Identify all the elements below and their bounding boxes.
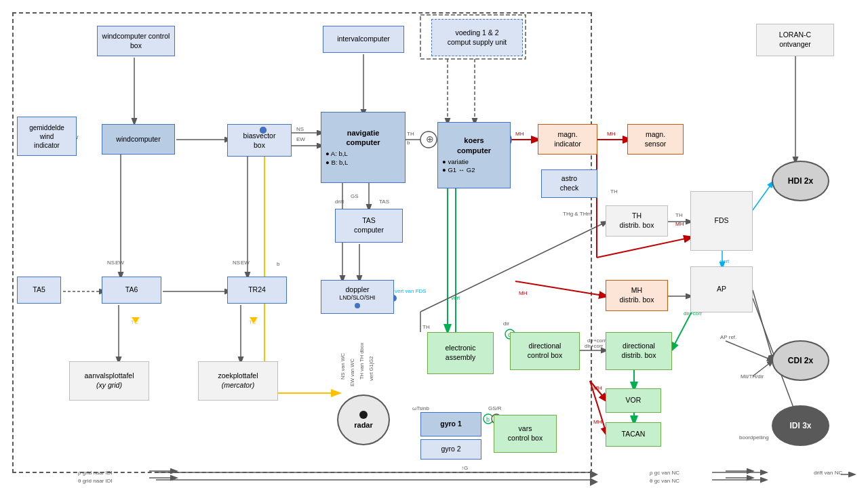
windcomputer-box: windcomputer [102, 124, 175, 155]
magn-sensor-box: magn.sensor [627, 124, 684, 155]
windcomputer-control-box: windcomputer control box [97, 26, 175, 56]
dot-blue2 [260, 127, 267, 134]
svg-text:boordpeiling: boordpeiling [739, 434, 769, 441]
tas-computer-box: TAScomputer [335, 209, 403, 243]
navigatie-computer-box: navigatiecomputer ● A: b,L ● B: b,L [321, 112, 406, 183]
svg-text:θ grid naar IDI: θ grid naar IDI [78, 478, 113, 484]
gemiddelde-wind-box: gemiddeldewindindicator [17, 117, 77, 156]
zoekplottafel-box: zoekplottafel(mercator) [198, 361, 278, 401]
biasvector-box: biasvectorbox [227, 124, 292, 157]
voeding-box: voeding 1 & 2comput supply unit [431, 19, 523, 56]
gyro2-box: gyro 2 [420, 439, 481, 460]
svg-line-94 [590, 381, 607, 401]
svg-line-33 [753, 290, 773, 361]
idi-circle: IDI 3x [772, 405, 829, 446]
svg-line-106 [753, 361, 773, 376]
magn-indicator-box: magn.indicator [538, 124, 597, 155]
svg-text:drift van NC: drift van NC [814, 470, 842, 476]
svg-line-36 [597, 237, 692, 258]
loran-c-box: LORAN-Contvanger [756, 24, 834, 56]
svg-line-97 [671, 312, 692, 350]
astro-check-box: astrocheck [541, 169, 597, 198]
gyro1-box: gyro 1 [420, 412, 481, 436]
vars-control-box: varscontrol box [494, 415, 557, 453]
directional-control-box: directionalcontrol box [510, 332, 580, 370]
tr24-box: TR24 [227, 277, 287, 304]
svg-text:vert: vert [720, 258, 730, 264]
svg-line-95 [590, 381, 607, 435]
doppler-box: doppler LND/SLO/SHI [321, 280, 394, 314]
svg-text:TH: TH [610, 188, 618, 195]
tacan-box: TACAN [606, 422, 661, 447]
svg-text:θ gc van NC: θ gc van NC [650, 478, 679, 484]
svg-text:Mil/TH/dir: Mil/TH/dir [741, 373, 764, 380]
svg-text:AP ref.: AP ref. [720, 334, 736, 340]
doppler-dot [355, 303, 360, 308]
svg-text:ρ gc van NC: ρ gc van NC [650, 470, 679, 476]
svg-marker-114 [590, 478, 598, 486]
directional-distrib-box: directionaldistrib. box [606, 332, 672, 370]
main-system-border [12, 12, 592, 473]
aanvalsplottafel-box: aanvalsplottafel(xy grid) [69, 361, 149, 401]
svg-text:MH: MH [593, 419, 602, 425]
svg-line-99 [726, 341, 773, 361]
svg-line-32 [753, 182, 773, 210]
mh-distrib-box: MHdistrib. box [606, 280, 668, 311]
fds-box: FDS [690, 191, 753, 251]
intervalcomputer-box: intervalcomputer [323, 26, 404, 53]
svg-text:MH: MH [675, 221, 684, 227]
cdi-circle: CDI 2x [772, 340, 829, 381]
hdi-circle: HDI 2x [772, 161, 829, 201]
tc-triangle-2 [250, 317, 258, 323]
th-distrib-box: THdistrib. box [606, 205, 668, 237]
ta5-box: TA5 [17, 277, 61, 304]
radar-dot [359, 411, 368, 419]
ap-box: AP [690, 266, 753, 312]
svg-text:MH: MH [607, 131, 616, 137]
tc-triangle-1 [132, 317, 140, 323]
ta6-box: TA6 [102, 277, 161, 304]
electronic-assembly-box: electronicassembly [427, 332, 494, 374]
vor-box: VOR [606, 388, 661, 413]
radar-circle: radar [337, 394, 390, 445]
koers-computer-box: koerscomputer ● variatie ● G1 ↔ G2 [437, 122, 511, 188]
svg-text:MH: MH [593, 385, 602, 391]
windcomputer-control-box-label: windcomputer control box [100, 32, 172, 50]
svg-text:TH: TH [675, 212, 683, 218]
